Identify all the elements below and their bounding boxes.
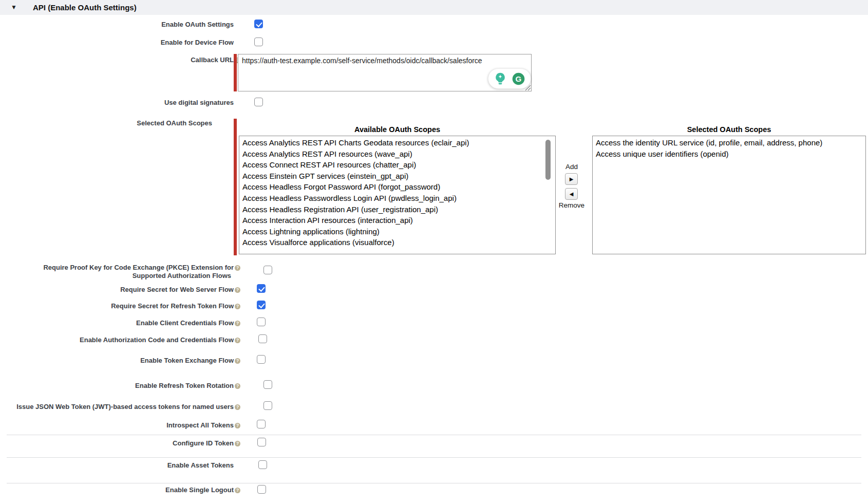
- enable-oauth-settings-label: Enable OAuth Settings: [0, 21, 240, 29]
- enable-refresh-token-rotation-checkbox[interactable]: [263, 380, 272, 389]
- enable-single-logout-checkbox[interactable]: [257, 485, 266, 494]
- require-pkce-label: Require Proof Key for Code Exchange (PKC…: [0, 264, 240, 280]
- selected-scopes-listbox[interactable]: Access the identity URL service (id, pro…: [592, 136, 866, 254]
- collapse-triangle-icon[interactable]: ▼: [11, 0, 17, 15]
- enable-device-flow-checkbox[interactable]: [254, 38, 263, 46]
- require-secret-refresh-token-flow-label: Require Secret for Refresh Token Flow?: [0, 302, 240, 310]
- help-icon[interactable]: ?: [235, 383, 240, 389]
- selected-oauth-scopes-label: Selected OAuth Scopes: [0, 119, 240, 127]
- available-scope-option[interactable]: Access Interaction API resources (intera…: [239, 215, 555, 226]
- grammarly-icon[interactable]: G: [512, 72, 525, 86]
- selected-scopes-header: Selected OAuth Scopes: [592, 125, 866, 134]
- available-scope-option[interactable]: Access Headless Passwordless Login API (…: [239, 193, 555, 204]
- svg-text:G: G: [516, 74, 522, 83]
- require-pkce-checkbox[interactable]: [263, 266, 272, 274]
- left-arrow-icon: ◀: [570, 191, 574, 197]
- enable-client-credentials-flow-checkbox[interactable]: [257, 318, 266, 326]
- section-header-bar: ▼ API (Enable OAuth Settings): [0, 0, 868, 15]
- enable-asset-tokens-label: Enable Asset Tokens: [0, 461, 240, 470]
- help-icon[interactable]: ?: [235, 423, 240, 428]
- selected-scope-option[interactable]: Access unique user identifiers (openid): [593, 148, 865, 160]
- available-scope-option[interactable]: Access Headless Forgot Password API (for…: [239, 181, 555, 193]
- introspect-all-tokens-checkbox[interactable]: [257, 420, 266, 428]
- require-secret-refresh-token-flow-checkbox[interactable]: [257, 301, 266, 309]
- help-icon[interactable]: ?: [235, 404, 240, 410]
- callback-url-input[interactable]: https://auth-test.example.com/self-servi…: [238, 54, 532, 91]
- help-icon[interactable]: ?: [235, 488, 240, 493]
- section-title: API (Enable OAuth Settings): [33, 0, 137, 15]
- available-scope-option[interactable]: Access Connect REST API resources (chatt…: [239, 159, 555, 171]
- help-icon[interactable]: ?: [235, 287, 240, 293]
- require-secret-web-server-flow-checkbox[interactable]: [257, 284, 266, 293]
- available-scope-option[interactable]: Access Analytics REST API Charts Geodata…: [239, 137, 555, 148]
- callback-url-label: Callback URL?: [0, 56, 240, 64]
- available-scopes-listbox[interactable]: Access Analytics REST API Charts Geodata…: [239, 136, 556, 254]
- selected-scope-option[interactable]: Access the identity URL service (id, pro…: [593, 137, 865, 148]
- add-scope-button[interactable]: ▶: [565, 173, 578, 185]
- required-field-bar: [234, 54, 237, 91]
- enable-token-exchange-flow-checkbox[interactable]: [257, 355, 266, 364]
- require-secret-web-server-flow-label: Require Secret for Web Server Flow?: [0, 286, 240, 294]
- introspect-all-tokens-label: Introspect All Tokens?: [0, 421, 240, 430]
- enable-refresh-token-rotation-label: Enable Refresh Token Rotation?: [0, 382, 240, 390]
- issue-jwt-tokens-checkbox[interactable]: [263, 401, 272, 410]
- help-icon[interactable]: ?: [235, 304, 240, 309]
- available-scope-option[interactable]: Access Visualforce applications (visualf…: [239, 237, 555, 248]
- remove-scope-button[interactable]: ◀: [565, 188, 578, 200]
- help-icon[interactable]: ?: [235, 358, 240, 364]
- required-field-bar: [234, 119, 237, 255]
- help-icon[interactable]: ?: [235, 441, 240, 446]
- help-icon[interactable]: ?: [235, 338, 240, 343]
- right-arrow-icon: ▶: [570, 176, 574, 182]
- available-scope-option[interactable]: Access Analytics REST API resources (wav…: [239, 148, 555, 160]
- textarea-resize-handle-icon[interactable]: [524, 84, 531, 91]
- lightbulb-sparkle-icon[interactable]: [494, 72, 507, 85]
- available-scopes-header: Available OAuth Scopes: [239, 125, 556, 134]
- add-label: Add: [557, 163, 586, 171]
- enable-oauth-settings-checkbox[interactable]: [254, 20, 263, 28]
- remove-label: Remove: [555, 201, 589, 209]
- help-icon[interactable]: ?: [235, 321, 240, 326]
- enable-device-flow-label: Enable for Device Flow: [0, 39, 240, 47]
- row-divider: [7, 435, 861, 435]
- help-icon[interactable]: ?: [235, 265, 240, 271]
- configure-id-token-label: Configure ID Token?: [0, 439, 240, 447]
- row-divider: [7, 483, 861, 483]
- available-scope-option[interactable]: Access Einstein GPT services (einstein_g…: [239, 171, 555, 182]
- enable-asset-tokens-checkbox[interactable]: [258, 460, 267, 469]
- use-digital-signatures-label: Use digital signatures: [0, 99, 240, 107]
- enable-auth-code-credentials-flow-checkbox[interactable]: [258, 334, 267, 343]
- enable-single-logout-label: Enable Single Logout?: [0, 486, 240, 494]
- row-divider: [7, 457, 861, 458]
- available-scope-option[interactable]: Access Headless Registration API (user_r…: [239, 204, 555, 215]
- enable-token-exchange-flow-label: Enable Token Exchange Flow?: [0, 357, 240, 365]
- oauth-settings-section: ▼ API (Enable OAuth Settings) Enable OAu…: [0, 0, 868, 504]
- issue-jwt-tokens-label: Issue JSON Web Token (JWT)-based access …: [0, 403, 240, 411]
- enable-client-credentials-flow-label: Enable Client Credentials Flow?: [0, 319, 240, 327]
- configure-id-token-checkbox[interactable]: [257, 438, 266, 446]
- listbox-scrollbar-thumb[interactable]: [545, 140, 551, 180]
- enable-auth-code-credentials-flow-label: Enable Authorization Code and Credential…: [0, 336, 240, 344]
- available-scope-option[interactable]: Access Lightning applications (lightning…: [239, 226, 555, 237]
- use-digital-signatures-checkbox[interactable]: [254, 98, 263, 106]
